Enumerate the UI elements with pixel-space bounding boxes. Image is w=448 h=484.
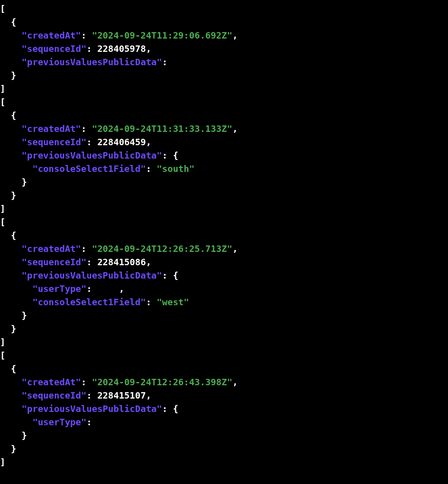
json-key: "createdAt"	[22, 243, 81, 254]
json-string: "2024-09-24T12:26:43.398Z"	[92, 377, 232, 387]
json-key: "previousValuesPublicData"	[22, 150, 162, 161]
json-key: "sequenceId"	[22, 43, 86, 54]
json-key: "consoleSelect1Field"	[33, 297, 146, 307]
json-string: "south"	[157, 163, 195, 174]
json-string: "2024-09-24T12:26:25.713Z"	[92, 243, 232, 254]
json-null: null	[97, 417, 119, 427]
json-key: "sequenceId"	[22, 257, 86, 267]
json-key: "createdAt"	[22, 30, 81, 40]
json-null: null	[173, 57, 194, 67]
json-string: "2024-09-24T11:31:33.133Z"	[92, 123, 232, 134]
json-number: 228415107	[97, 390, 146, 401]
json-output: [ { "createdAt": "2024-09-24T11:29:06.69…	[0, 0, 448, 469]
json-key: "previousValuesPublicData"	[22, 57, 162, 67]
json-key: "createdAt"	[22, 377, 81, 387]
json-number: 228415086	[97, 257, 146, 267]
json-key: "userType"	[33, 417, 87, 427]
json-key: "createdAt"	[22, 123, 81, 134]
json-key: "userType"	[33, 283, 87, 294]
json-null: null	[97, 283, 119, 294]
json-number: 228405978	[97, 43, 146, 54]
json-string: "2024-09-24T11:29:06.692Z"	[92, 30, 232, 40]
json-key: "previousValuesPublicData"	[22, 270, 162, 281]
json-key: "previousValuesPublicData"	[22, 403, 162, 414]
json-key: "sequenceId"	[22, 390, 86, 401]
json-key: "sequenceId"	[22, 137, 86, 147]
json-key: "consoleSelect1Field"	[33, 163, 146, 174]
json-string: "west"	[157, 297, 189, 307]
json-number: 228406459	[97, 137, 146, 147]
